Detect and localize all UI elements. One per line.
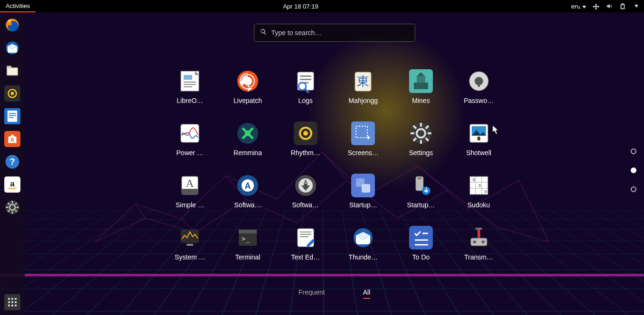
app-livepatch[interactable]: Livepatch xyxy=(226,69,270,104)
app-mahjongg[interactable]: 東Mahjongg xyxy=(341,69,385,104)
app-passwords[interactable]: Passwo… xyxy=(457,69,501,104)
app-grid: LibreO…LivepatchLogs東MahjonggMinesPasswo… xyxy=(168,69,501,261)
app-screenshot[interactable]: Screens… xyxy=(341,121,385,157)
dock-thunderbird[interactable] xyxy=(4,40,20,56)
power-stats-icon xyxy=(178,121,202,145)
app-label: Livepatch xyxy=(233,97,262,104)
chevron-down-icon xyxy=(582,6,586,9)
mouse-cursor xyxy=(493,125,500,137)
svg-rect-105 xyxy=(300,236,308,237)
volume-icon[interactable] xyxy=(606,3,613,9)
svg-point-114 xyxy=(473,241,476,243)
app-startup-apps[interactable]: Startup… xyxy=(341,174,385,209)
app-startup-disk[interactable]: Startup… xyxy=(399,174,443,209)
app-label: LibreO… xyxy=(177,97,203,104)
system-monitor-icon xyxy=(178,226,202,250)
app-label: Shotwell xyxy=(466,149,491,157)
app-text-editor[interactable]: Text Ed… xyxy=(284,226,327,261)
svg-rect-31 xyxy=(184,75,192,80)
software-center-icon: A xyxy=(236,174,260,197)
page-dot-0[interactable] xyxy=(631,148,636,154)
app-software-updater[interactable]: ASoftwa… xyxy=(284,174,327,209)
sudoku-icon: 539 xyxy=(467,174,491,197)
app-power-stats[interactable]: Power … xyxy=(168,121,212,157)
dock-rhythmbox[interactable] xyxy=(4,85,20,102)
svg-text:A: A xyxy=(244,181,251,191)
app-label: Mahjongg xyxy=(349,97,378,104)
app-remmina[interactable]: Remmina xyxy=(226,121,270,157)
activities-button[interactable]: Activities xyxy=(0,0,36,12)
rhythmbox-app-icon xyxy=(294,121,317,145)
svg-rect-85 xyxy=(362,184,370,193)
app-system-monitor[interactable]: System … xyxy=(168,226,212,261)
page-dot-2[interactable] xyxy=(631,186,636,192)
app-label: Text Ed… xyxy=(291,253,320,261)
app-label: Softwa… xyxy=(292,201,319,209)
app-sudoku[interactable]: 539Sudoku xyxy=(457,174,501,209)
simple-scan-icon: A xyxy=(178,174,202,197)
app-terminal[interactable]: >_Terminal xyxy=(226,226,270,261)
app-label: Mines xyxy=(412,97,429,104)
svg-rect-103 xyxy=(300,232,311,232)
input-source-indicator[interactable]: en₁ xyxy=(571,3,586,10)
app-thunderbird-app[interactable]: Thunde… xyxy=(341,226,385,261)
network-icon[interactable] xyxy=(593,3,599,9)
search-input[interactable] xyxy=(271,29,409,37)
app-todo[interactable]: To Do xyxy=(399,226,443,261)
passwords-icon xyxy=(467,69,491,93)
show-applications-button[interactable] xyxy=(4,294,20,310)
terminal-icon: >_ xyxy=(236,226,260,250)
dock-firefox[interactable] xyxy=(4,17,20,33)
app-simple-scan[interactable]: ASimple … xyxy=(168,174,212,209)
app-label: Simple … xyxy=(176,201,205,209)
battery-icon[interactable] xyxy=(619,3,626,9)
startup-apps-icon xyxy=(351,174,375,197)
settings-app-icon xyxy=(409,121,433,145)
svg-rect-87 xyxy=(418,177,421,179)
svg-rect-12 xyxy=(9,117,13,118)
dock-amazon[interactable]: a xyxy=(4,176,20,193)
svg-rect-34 xyxy=(184,86,192,87)
svg-text:3: 3 xyxy=(478,183,481,188)
page-dot-1[interactable] xyxy=(631,167,636,173)
logs-icon xyxy=(294,69,317,93)
activities-overview: LibreO…LivepatchLogs東MahjonggMinesPasswo… xyxy=(25,12,644,315)
clock[interactable]: Apr 18 07:19 xyxy=(283,3,318,10)
text-editor-icon xyxy=(294,226,317,250)
app-label: Startup… xyxy=(349,201,377,209)
dock-help[interactable]: ? xyxy=(4,154,20,170)
svg-point-7 xyxy=(11,92,14,95)
app-rhythmbox-app[interactable]: Rhythm… xyxy=(284,121,327,157)
system-menu-chevron-icon[interactable] xyxy=(635,5,638,8)
app-settings-app[interactable]: Settings xyxy=(399,121,443,157)
todo-icon xyxy=(409,226,433,250)
search-bar[interactable] xyxy=(254,24,415,42)
svg-rect-104 xyxy=(300,234,311,235)
svg-rect-98 xyxy=(187,244,193,246)
svg-rect-32 xyxy=(184,82,196,83)
mahjongg-icon: 東 xyxy=(351,69,375,93)
svg-text:A: A xyxy=(10,137,15,143)
app-software-center[interactable]: ASoftwa… xyxy=(226,174,270,209)
app-label: Screens… xyxy=(348,149,379,157)
dock-writer[interactable] xyxy=(4,108,20,124)
app-transmission[interactable]: Transm… xyxy=(457,226,501,261)
app-label: Passwo… xyxy=(464,97,494,104)
svg-point-56 xyxy=(303,131,308,136)
app-label: System … xyxy=(175,253,205,261)
tab-frequent[interactable]: Frequent xyxy=(299,288,325,299)
svg-rect-74 xyxy=(477,137,480,140)
svg-text:A: A xyxy=(303,179,308,185)
app-libreoffice[interactable]: LibreO… xyxy=(168,69,212,104)
dock-settings[interactable] xyxy=(4,199,20,215)
dock-files[interactable] xyxy=(4,63,20,79)
app-logs[interactable]: Logs xyxy=(284,69,327,104)
svg-rect-107 xyxy=(409,226,433,250)
tab-all[interactable]: All xyxy=(363,288,371,299)
app-label: Thunde… xyxy=(349,253,378,261)
software-updater-icon: A xyxy=(294,174,317,197)
app-label: Logs xyxy=(298,97,312,104)
dock: A?a xyxy=(0,12,25,315)
app-mines[interactable]: Mines xyxy=(399,69,443,104)
dock-software[interactable]: A xyxy=(4,131,20,147)
